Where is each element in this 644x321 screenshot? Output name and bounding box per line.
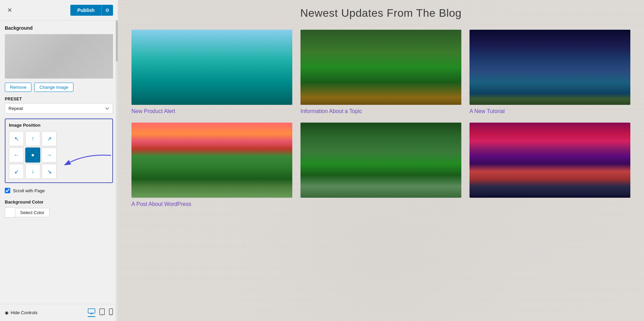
scroll-with-page-row: Scroll with Page bbox=[5, 188, 113, 193]
device-tablet-button[interactable] bbox=[99, 308, 105, 317]
pos-middle-left[interactable]: ← bbox=[9, 148, 24, 163]
pos-top-right[interactable]: ↗ bbox=[42, 131, 57, 146]
bg-preview bbox=[5, 34, 113, 79]
hide-controls-label: Hide Controls bbox=[11, 310, 38, 315]
publish-group: Publish ⚙ bbox=[70, 5, 113, 16]
pos-middle-right[interactable]: → bbox=[42, 148, 57, 163]
blog-link-1[interactable]: New Product Alert bbox=[131, 108, 292, 114]
image-position-container: Image Position ↖ ↑ ↗ ← ● → ↙ ↓ ↘ bbox=[5, 118, 113, 183]
bg-color-label: Background Color bbox=[5, 199, 113, 205]
change-image-button[interactable]: Change image bbox=[34, 83, 73, 92]
hide-controls-icon: ◉ bbox=[5, 310, 9, 315]
blog-card: A New Tutorial bbox=[470, 30, 630, 114]
blog-card: Information About a Topic bbox=[300, 30, 461, 114]
pos-top-left[interactable]: ↖ bbox=[9, 131, 24, 146]
blog-image-inner-3 bbox=[470, 30, 630, 105]
pos-center[interactable]: ● bbox=[25, 148, 40, 163]
blog-card: New Product Alert bbox=[131, 30, 292, 114]
blog-image-2 bbox=[300, 30, 461, 105]
blog-link-4[interactable]: A Post About WordPress bbox=[131, 201, 292, 207]
publish-settings-button[interactable]: ⚙ bbox=[101, 5, 113, 16]
panel-content: Background Remove Change image PRESET Re… bbox=[0, 20, 118, 304]
publish-button[interactable]: Publish bbox=[70, 5, 101, 16]
svg-rect-0 bbox=[88, 309, 95, 313]
device-mobile-button[interactable] bbox=[109, 308, 113, 317]
blog-image-1 bbox=[131, 30, 292, 105]
blog-image-inner-5 bbox=[300, 123, 461, 198]
blog-grid: New Product Alert Information About a To… bbox=[131, 30, 630, 207]
pos-bottom-center[interactable]: ↓ bbox=[25, 164, 40, 179]
blog-image-6 bbox=[470, 123, 630, 198]
blog-image-inner-2 bbox=[300, 30, 461, 105]
pos-bottom-right[interactable]: ↘ bbox=[42, 164, 57, 179]
close-button[interactable]: ✕ bbox=[5, 5, 14, 15]
hide-controls-button[interactable]: ◉ Hide Controls bbox=[5, 310, 38, 315]
section-title: Background bbox=[5, 25, 113, 31]
top-bar: ✕ Publish ⚙ bbox=[0, 0, 118, 20]
blog-image-inner-1 bbox=[131, 30, 292, 105]
pos-top-center[interactable]: ↑ bbox=[25, 131, 40, 146]
blog-card: A Post About WordPress bbox=[131, 123, 292, 207]
image-position-label: Image Position bbox=[9, 123, 109, 128]
preview-content: Newest Updates From The Blog New Product… bbox=[118, 0, 644, 214]
color-swatch[interactable] bbox=[5, 207, 15, 218]
svg-point-6 bbox=[111, 314, 111, 315]
blog-image-5 bbox=[300, 123, 461, 198]
blog-link-3[interactable]: A New Tutorial bbox=[470, 108, 630, 114]
color-picker-row: Select Color bbox=[5, 207, 113, 218]
select-color-button[interactable]: Select Color bbox=[15, 208, 50, 217]
scroll-with-page-checkbox[interactable] bbox=[5, 188, 10, 193]
preset-label: PRESET bbox=[5, 97, 113, 101]
right-preview: Newest Updates From The Blog New Product… bbox=[118, 0, 644, 321]
blog-image-3 bbox=[470, 30, 630, 105]
blog-title: Newest Updates From The Blog bbox=[131, 7, 630, 19]
bottom-bar: ◉ Hide Controls bbox=[0, 304, 118, 321]
device-desktop-button[interactable] bbox=[88, 308, 95, 317]
pos-bottom-left[interactable]: ↙ bbox=[9, 164, 24, 179]
svg-point-4 bbox=[102, 314, 102, 315]
blog-card bbox=[470, 123, 630, 207]
position-grid: ↖ ↑ ↗ ← ● → ↙ ↓ ↘ bbox=[9, 131, 57, 179]
blog-link-2[interactable]: Information About a Topic bbox=[300, 108, 461, 114]
blog-image-inner-6 bbox=[470, 123, 630, 198]
blog-image-inner-4 bbox=[131, 123, 292, 198]
blog-card bbox=[300, 123, 461, 207]
remove-button[interactable]: Remove bbox=[5, 83, 31, 92]
preset-select[interactable]: Repeat Cover Contain Custom bbox=[5, 103, 113, 114]
blog-image-4 bbox=[131, 123, 292, 198]
scroll-with-page-label: Scroll with Page bbox=[13, 188, 45, 193]
image-actions: Remove Change image bbox=[5, 83, 113, 92]
left-panel: ✕ Publish ⚙ Background Remove Change ima… bbox=[0, 0, 118, 321]
device-icons bbox=[88, 308, 113, 317]
preview-background: Newest Updates From The Blog New Product… bbox=[118, 0, 644, 321]
